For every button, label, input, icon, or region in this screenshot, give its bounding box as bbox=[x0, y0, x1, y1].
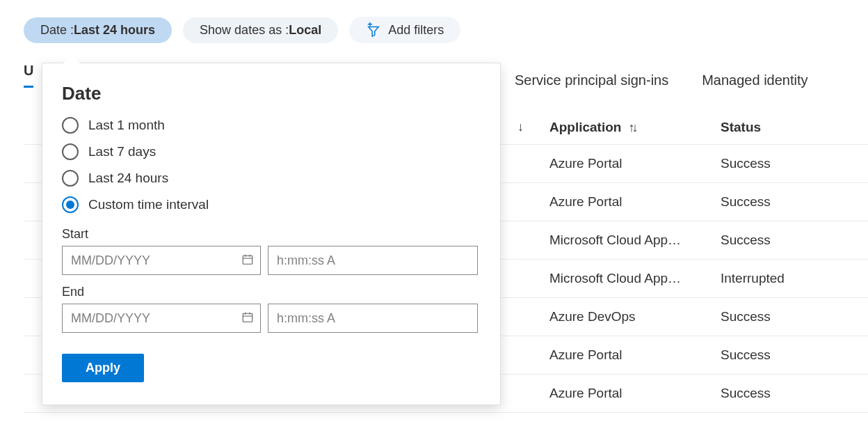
radio-last-7-days[interactable]: Last 7 days bbox=[62, 143, 478, 160]
date-radio-group: Last 1 month Last 7 days Last 24 hours C… bbox=[62, 117, 478, 213]
tab-user[interactable]: U bbox=[24, 60, 33, 88]
radio-last-1-month[interactable]: Last 1 month bbox=[62, 117, 478, 134]
column-header-status[interactable]: Status bbox=[721, 120, 761, 135]
filter-add-icon bbox=[366, 22, 381, 38]
radio-icon bbox=[62, 196, 79, 213]
tabs-right: Service principal sign-ins Managed ident… bbox=[515, 70, 808, 95]
cell-status: Success bbox=[721, 233, 771, 248]
cell-application: Azure Portal bbox=[549, 194, 622, 210]
cell-status: Interrupted bbox=[721, 271, 785, 286]
radio-custom-time-interval[interactable]: Custom time interval bbox=[62, 196, 478, 213]
apply-button[interactable]: Apply bbox=[62, 354, 144, 382]
tab-managed-identity[interactable]: Managed identity bbox=[702, 70, 807, 95]
date-dropdown: Date Last 1 month Last 7 days Last 24 ho… bbox=[42, 63, 501, 405]
column-header-application[interactable]: Application ↑↓ bbox=[549, 120, 635, 135]
cell-status: Success bbox=[721, 194, 771, 210]
cell-status: Success bbox=[721, 386, 771, 401]
start-row bbox=[62, 246, 478, 275]
add-filters-label: Add filters bbox=[388, 23, 444, 38]
cell-application: Azure Portal bbox=[549, 156, 622, 171]
sort-down-icon[interactable]: ↓ bbox=[517, 120, 524, 134]
cell-application: Azure Portal bbox=[549, 347, 622, 363]
radio-label: Last 24 hours bbox=[88, 171, 168, 186]
radio-icon bbox=[62, 143, 79, 160]
start-time-input[interactable] bbox=[268, 246, 478, 275]
start-label: Start bbox=[62, 227, 478, 242]
show-dates-filter-pill[interactable]: Show dates as : Local bbox=[183, 17, 338, 43]
cell-status: Success bbox=[721, 309, 771, 324]
sort-updown-icon: ↑↓ bbox=[628, 120, 635, 135]
end-date-input[interactable] bbox=[62, 304, 261, 333]
radio-icon bbox=[62, 117, 79, 134]
radio-last-24-hours[interactable]: Last 24 hours bbox=[62, 170, 478, 187]
date-filter-pill[interactable]: Date : Last 24 hours bbox=[24, 17, 172, 43]
cell-application: Microsoft Cloud App… bbox=[549, 271, 681, 286]
add-filters-button[interactable]: Add filters bbox=[349, 17, 460, 43]
start-date-input[interactable] bbox=[62, 246, 261, 275]
cell-application: Azure DevOps bbox=[549, 309, 636, 324]
date-filter-value: Last 24 hours bbox=[74, 23, 155, 38]
filter-bar: Date : Last 24 hours Show dates as : Loc… bbox=[0, 0, 868, 43]
end-label: End bbox=[62, 285, 478, 299]
end-row bbox=[62, 304, 478, 333]
cell-status: Success bbox=[721, 156, 771, 171]
column-header-label: Status bbox=[721, 120, 761, 134]
cell-status: Success bbox=[721, 347, 771, 363]
tab-service-principal[interactable]: Service principal sign-ins bbox=[515, 70, 668, 95]
dropdown-title: Date bbox=[62, 83, 478, 104]
show-dates-prefix: Show dates as : bbox=[200, 23, 289, 38]
radio-label: Custom time interval bbox=[88, 197, 209, 212]
show-dates-value: Local bbox=[289, 23, 321, 38]
column-header-label: Application bbox=[549, 120, 621, 135]
date-filter-prefix: Date : bbox=[40, 23, 74, 38]
radio-label: Last 7 days bbox=[88, 144, 156, 159]
end-time-input[interactable] bbox=[268, 304, 478, 333]
radio-label: Last 1 month bbox=[88, 118, 165, 133]
cell-application: Azure Portal bbox=[549, 386, 622, 401]
cell-application: Microsoft Cloud App… bbox=[549, 233, 681, 248]
radio-icon bbox=[62, 170, 79, 187]
